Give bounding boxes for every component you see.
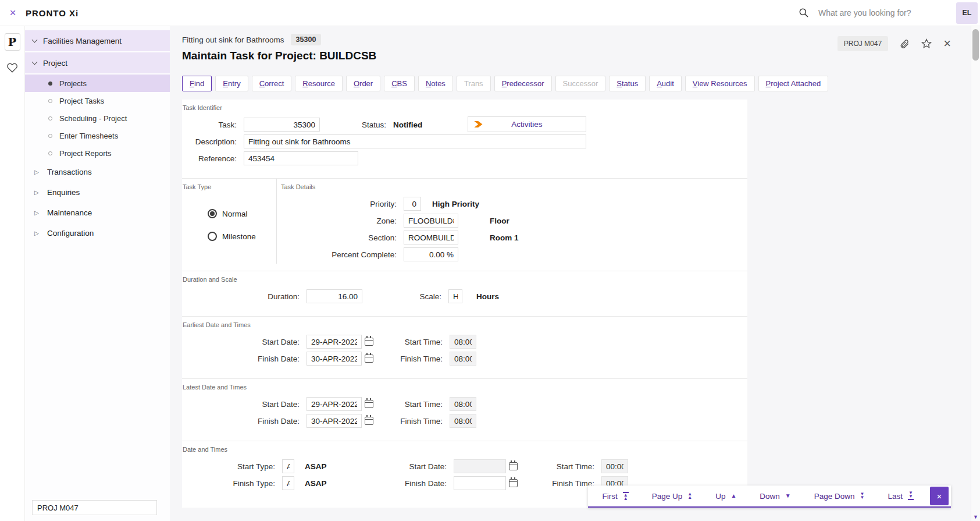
sidebar-item-transactions[interactable]: ▷ Transactions [25,162,170,182]
calendar-icon[interactable] [365,400,373,408]
down-icon: ▼ [785,493,791,499]
menu-close-icon[interactable]: × [0,6,26,19]
vertical-scrollbar[interactable]: ▼ [971,26,980,521]
project-code-badge[interactable]: PROJ M047 [838,36,888,51]
tab-cbs[interactable]: CBS [384,76,415,91]
calendar-icon[interactable] [365,417,373,425]
scale-input[interactable] [448,289,462,303]
reference-label: Reference: [182,154,237,163]
calendar-icon[interactable] [365,338,373,346]
finish-date-label: Finish Date: [182,355,300,363]
page-down-button[interactable]: Page Down ▼ ▼ [803,485,876,506]
earliest-start-time-input[interactable] [450,335,476,349]
activities-button[interactable]: Activities [468,116,586,132]
percent-complete-input[interactable] [404,247,458,261]
zone-input[interactable] [404,214,458,228]
sidebar-group-project[interactable]: Project [25,52,170,73]
datetimes-start-date-input[interactable] [454,459,506,473]
task-input[interactable] [244,118,320,132]
reference-input[interactable] [244,151,358,165]
sidebar-item-maintenance[interactable]: ▷ Maintenance [25,203,170,223]
tab-project-attached[interactable]: Project Attached [758,76,829,91]
sidebar-item-project-reports[interactable]: Project Reports [25,144,170,162]
start-type-input[interactable] [282,459,294,473]
screen-close-icon[interactable]: × [943,37,951,50]
favorite-star-icon[interactable] [921,38,932,49]
sidebar-item-label: Transactions [47,168,92,176]
triangle-right-icon: ▷ [34,210,40,216]
calendar-icon[interactable] [509,479,518,487]
attachment-paperclip-icon[interactable] [899,38,910,49]
bullet-hollow-icon [48,116,52,120]
tab-resource[interactable]: Resource [295,76,343,91]
nav-panel-close-button[interactable]: × [930,487,949,505]
start-date-label: Start Date: [337,462,447,471]
global-search-input[interactable] [817,8,948,18]
project-code-input[interactable] [32,500,157,515]
up-button-label: Up [715,492,725,501]
up-button[interactable]: Up ▲ [704,485,748,506]
tab-label: Find [190,79,204,88]
datetimes-start-time-input[interactable] [601,459,628,473]
duration-input[interactable] [307,289,362,303]
search-icon[interactable] [799,8,809,18]
icon-rail: P [0,26,25,521]
finish-type-input[interactable] [282,476,294,490]
scrollbar-thumb[interactable] [972,29,979,61]
latest-finish-date-input[interactable] [307,414,362,428]
priority-input[interactable] [404,197,421,211]
last-button[interactable]: Last ▼ ▼ [876,485,925,506]
tab-label: View Resources [693,79,747,88]
tab-correct[interactable]: Correct [252,76,292,91]
sidebar-group-facilities-management[interactable]: Facilities Management [25,30,170,51]
sidebar-item-projects[interactable]: Projects [25,75,170,92]
tab-status[interactable]: Status [609,76,646,91]
duration-label: Duration: [182,292,300,301]
topbar-right: EL [799,2,980,24]
tab-find[interactable]: Find [182,76,212,91]
latest-finish-time-input[interactable] [450,414,476,428]
latest-start-date-input[interactable] [307,397,362,411]
sidebar-item-configuration[interactable]: ▷ Configuration [25,223,170,243]
zone-label: Zone: [280,217,397,225]
earliest-finish-date-input[interactable] [307,352,362,366]
mode-tabs: Find Entry Correct Resource Order CBS No… [182,76,971,91]
favorites-heart-icon[interactable] [6,62,18,73]
app-shell: P Facilities Management Project Projects… [0,26,980,521]
page-down-icon: ▼ ▼ [860,492,865,499]
calendar-icon[interactable] [509,462,518,470]
section-task-type-details: Task Type Normal Milestone [182,178,747,271]
pronto-p-logo[interactable]: P [5,33,20,51]
section-label: Duration and Scale [182,271,747,289]
app-logo: PRONTO Xi [26,8,79,18]
calendar-icon[interactable] [365,355,373,363]
tab-predecessor[interactable]: Predecessor [494,76,552,91]
user-avatar[interactable]: EL [956,2,978,24]
record-nav-panel: First ▲ ▲ Page Up ▲ ▲ Up ▲ Down [588,485,951,508]
tab-entry[interactable]: Entry [215,76,248,91]
section-label: Latest Date and Times [182,379,747,396]
earliest-start-date-input[interactable] [307,335,362,349]
tab-notes[interactable]: Notes [418,76,453,91]
earliest-finish-time-input[interactable] [450,352,476,366]
sidebar-item-enquiries[interactable]: ▷ Enquiries [25,182,170,203]
section-input[interactable] [404,231,458,244]
description-input[interactable] [244,134,586,148]
top-bar: × PRONTO Xi EL [0,0,980,26]
tab-label: Audit [657,79,674,88]
first-button[interactable]: First ▲ ▲ [590,485,640,506]
tab-audit[interactable]: Audit [649,76,682,91]
sidebar-item-scheduling-project[interactable]: Scheduling - Project [25,109,170,127]
down-button[interactable]: Down ▼ [748,485,802,506]
page-up-button[interactable]: Page Up ▲ ▲ [640,485,704,506]
tab-view-resources[interactable]: View Resources [685,76,755,91]
latest-start-time-input[interactable] [450,397,476,411]
scrollbar-down-arrow-icon[interactable]: ▼ [971,514,980,520]
datetimes-finish-date-input[interactable] [454,476,506,490]
radio-milestone[interactable]: Milestone [208,232,276,241]
breadcrumb-task-name: Fitting out sink for Bathrooms [182,36,284,44]
sidebar-item-project-tasks[interactable]: Project Tasks [25,92,170,109]
tab-order[interactable]: Order [346,76,380,91]
sidebar-item-enter-timesheets[interactable]: Enter Timesheets [25,127,170,144]
radio-normal[interactable]: Normal [208,209,276,218]
